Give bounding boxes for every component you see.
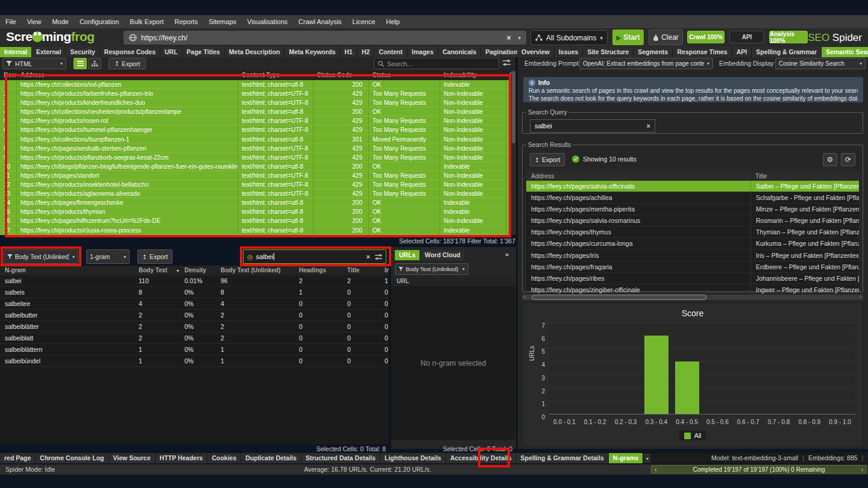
table-row[interactable]: 11https://feey.ch/pages/standorttext/htm…	[0, 171, 511, 180]
export-button[interactable]: ↥ Export	[108, 58, 146, 69]
search-options-icon[interactable]	[503, 59, 511, 66]
bottom-tab-n-grams[interactable]: N-grams	[609, 453, 644, 463]
tab-canonicals[interactable]: Canonicals	[438, 47, 481, 57]
bar-0-3-0-4[interactable]	[644, 336, 668, 414]
tree-view-button[interactable]	[88, 58, 101, 69]
result-row[interactable]: https://feey.ch/pages/thymusThymian – Pf…	[526, 227, 859, 238]
bottom-tab-accessibility-details[interactable]: Accessibility Details	[446, 453, 517, 463]
ngram-export-button[interactable]: ↥ Export	[137, 249, 172, 264]
result-row[interactable]: https://feey.ch/pages/achilleaSchafgarbe…	[526, 192, 859, 204]
column-header-n-gram[interactable]: N-gram	[0, 266, 134, 275]
table-row[interactable]: 9https://feey.ch/products/pflanzkorb-see…	[0, 153, 511, 162]
tab-urls[interactable]: URLs	[395, 250, 420, 260]
column-header-address[interactable]: Address	[17, 70, 238, 80]
column-header-in[interactable]: In	[380, 266, 389, 275]
result-row[interactable]: https://feey.ch/pages/mentha-piperitaMin…	[526, 204, 859, 215]
search-input[interactable]: Search...	[374, 58, 499, 69]
filter-dropdown[interactable]: HTML ▾	[2, 58, 66, 69]
url-input[interactable]: https://feey.ch/ × ▾	[124, 31, 526, 45]
scroll-right-icon[interactable]: ›	[860, 293, 861, 299]
ngram-row[interactable]: salbeiblätter20%2000	[0, 321, 389, 333]
url-history-chevron-icon[interactable]: ▾	[518, 35, 521, 41]
bottom-tab-view-source[interactable]: View Source	[109, 453, 156, 463]
bottom-tab-red-page[interactable]: red Page	[0, 453, 36, 463]
urls-panel-column-header[interactable]: URL	[391, 277, 515, 286]
tab-url[interactable]: URL	[160, 47, 183, 57]
gram-size-dropdown[interactable]: 1-gram ▾	[86, 249, 130, 264]
column-header-in[interactable]: In	[506, 70, 511, 80]
tab-h2[interactable]: H2	[357, 47, 374, 57]
menu-bulk-export[interactable]: Bulk Export	[124, 15, 169, 28]
table-row[interactable]: 13https://feey.ch/products/aglaonema-sil…	[0, 189, 511, 198]
menu-crawl-analysis[interactable]: Crawl Analysis	[293, 15, 347, 28]
tab-pagination[interactable]: Pagination	[481, 47, 523, 57]
horizontal-scrollbar[interactable]: ‹ ›	[522, 295, 863, 300]
results-column-title[interactable]: Title	[750, 171, 859, 181]
bottom-tab-cookies[interactable]: Cookies	[207, 453, 241, 463]
ngram-row[interactable]: salbei1100.01%96221	[0, 275, 389, 287]
table-scrollbar[interactable]	[511, 70, 516, 235]
table-row[interactable]: 3https://feey.ch/products/kinderfreundli…	[0, 98, 511, 107]
table-row[interactable]: 16https://feey.ch/pages/hilfezentrum?hcU…	[0, 216, 511, 225]
tab-site-structure[interactable]: Site Structure	[583, 47, 634, 57]
menu-reports[interactable]: Reports	[169, 15, 204, 28]
ngram-row[interactable]: salbeis80%8100	[0, 287, 389, 298]
column-header-body-text-unlinked[interactable]: Body Text (Unlinked)	[216, 266, 294, 275]
expand-panel-icon[interactable]: »	[505, 251, 509, 258]
tab-external[interactable]: External	[32, 47, 66, 57]
results-settings-button[interactable]: ⚙	[823, 153, 837, 166]
ngram-row[interactable]: salbeiblatt20%2000	[0, 333, 389, 344]
progress-right-icon[interactable]: ›	[858, 466, 866, 473]
ngram-row[interactable]: salbeitee40%4000	[0, 298, 389, 310]
result-row-selected[interactable]: https://feey.ch/pages/salvia-officinalis…	[526, 181, 859, 192]
tab-images[interactable]: Images	[407, 47, 438, 57]
results-export-button[interactable]: ↥ Export	[530, 153, 565, 166]
start-button[interactable]: ▶ Start	[612, 30, 644, 45]
results-refresh-button[interactable]: ⟳	[841, 153, 855, 166]
tab-meta-keywords[interactable]: Meta Keywords	[285, 47, 340, 57]
clear-query-icon[interactable]: ×	[647, 122, 650, 130]
clear-button[interactable]: Clear	[649, 30, 683, 45]
table-row[interactable]: 6https://feey.ch/products/hummel-pflanze…	[0, 125, 511, 134]
bar-0-4-0-5[interactable]	[675, 361, 699, 414]
menu-configuration[interactable]: Configuration	[74, 15, 124, 28]
menu-file[interactable]: File	[0, 15, 22, 28]
column-header-headings[interactable]: Headings	[294, 266, 342, 275]
ngram-row[interactable]: salbeiblättern10%1000	[0, 344, 389, 355]
result-row[interactable]: https://feey.ch/pages/fragariaErdbeere –…	[526, 261, 859, 273]
menu-view[interactable]: View	[22, 15, 47, 28]
column-header-density[interactable]: Density	[180, 266, 216, 275]
table-row[interactable]: 12https://feey.ch/products/insektenhotel…	[0, 180, 511, 189]
scrollbar-thumb[interactable]	[532, 295, 706, 300]
ngram-table-header[interactable]: N-gramBody Text▼DensityBody Text (Unlink…	[0, 266, 389, 275]
tab-segments[interactable]: Segments	[634, 47, 673, 57]
bottom-tab-structured-data-details[interactable]: Structured Data Details	[301, 453, 380, 463]
column-header-status[interactable]: Status	[369, 70, 440, 80]
table-row[interactable]: 2https://feey.ch/products/farbenfrohes-p…	[0, 89, 511, 98]
table-row[interactable]: 5https://feey.ch/products/rosen-rottext/…	[0, 116, 511, 125]
tab-response-codes[interactable]: Response Codes	[100, 47, 160, 57]
table-row[interactable]: 10https://feey.ch/blogs/pflanzen-blog/lu…	[0, 162, 511, 171]
url-table-header[interactable]: RowAddressContent TypeStatus CodeStatusI…	[0, 70, 511, 80]
ngram-row[interactable]: salbeibutter20%2000	[0, 310, 389, 321]
table-row[interactable]: 17https://feey.ch/products/clusia-rosea-…	[0, 226, 511, 235]
column-header-row[interactable]: Row	[0, 70, 17, 80]
tab-spelling-grammar[interactable]: Spelling & Grammar	[752, 47, 822, 57]
semantic-query-input[interactable]: salbei ×	[530, 119, 655, 133]
menu-licence[interactable]: Licence	[347, 15, 381, 28]
column-header-content-type[interactable]: Content Type	[238, 70, 313, 80]
url-clear-icon[interactable]: ×	[506, 34, 511, 42]
bottom-tab-http-headers[interactable]: HTTP Headers	[156, 453, 208, 463]
tab-page-titles[interactable]: Page Titles	[183, 47, 225, 57]
progress-left-icon[interactable]: ‹	[652, 466, 659, 473]
embedding-prompt-dropdown[interactable]: OpenAI: Extract embeddings from page con…	[579, 58, 713, 69]
ngram-row[interactable]: salbeibündel10%1000	[0, 355, 389, 367]
bottom-tab-lighthouse-details[interactable]: Lighthouse Details	[380, 453, 446, 463]
menu-visualisations[interactable]: Visualisations	[242, 15, 293, 28]
tab-content[interactable]: Content	[374, 47, 407, 57]
table-row[interactable]: 4https://feey.ch/collections/neuheiten/p…	[0, 107, 511, 116]
result-row[interactable]: https://feey.ch/pages/curcuma-longaKurku…	[526, 238, 859, 249]
scroll-left-icon[interactable]: ‹	[524, 293, 526, 299]
tab-api[interactable]: API	[732, 47, 752, 57]
embedding-display-dropdown[interactable]: Cosine Similarity Search ▾	[775, 58, 866, 69]
